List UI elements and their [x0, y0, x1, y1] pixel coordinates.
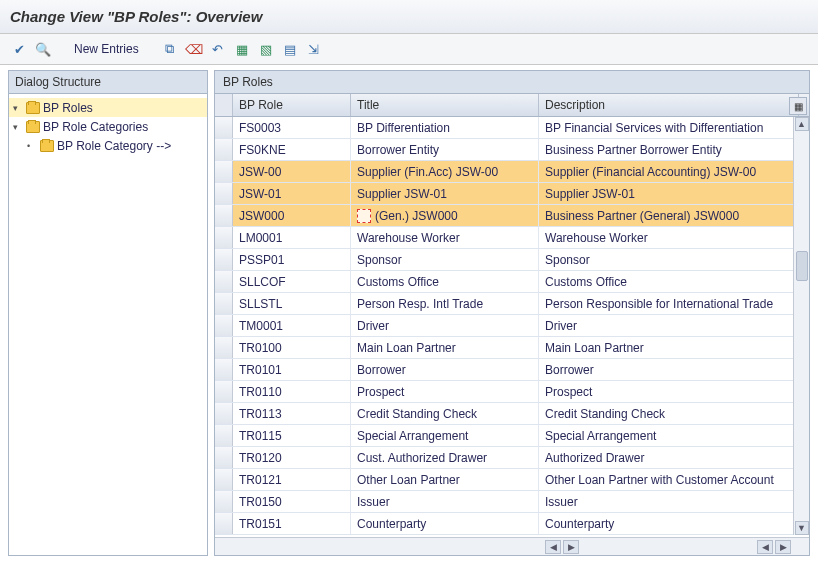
cell-bp-role[interactable]: TR0151	[233, 513, 351, 534]
cell-bp-role[interactable]: LM0001	[233, 227, 351, 248]
table-row[interactable]: TR0150IssuerIssuer	[215, 491, 809, 513]
cell-bp-role[interactable]: JSW000	[233, 205, 351, 226]
row-handle[interactable]	[215, 315, 233, 336]
row-handle[interactable]	[215, 271, 233, 292]
cell-description[interactable]: Warehouse Worker	[539, 227, 799, 248]
row-handle[interactable]	[215, 403, 233, 424]
row-handle[interactable]	[215, 293, 233, 314]
row-handle[interactable]	[215, 381, 233, 402]
execute-icon[interactable]: ✔	[10, 40, 28, 58]
value-help-icon[interactable]	[357, 209, 371, 223]
row-handle[interactable]	[215, 337, 233, 358]
cell-description[interactable]: Business Partner (General) JSW000	[539, 205, 799, 226]
table-row[interactable]: TR0113Credit Standing CheckCredit Standi…	[215, 403, 809, 425]
cell-bp-role[interactable]: TR0115	[233, 425, 351, 446]
copy-icon[interactable]: ⧉	[161, 40, 179, 58]
cell-bp-role[interactable]: TR0120	[233, 447, 351, 468]
cell-description[interactable]: Special Arrangement	[539, 425, 799, 446]
cell-title[interactable]: Customs Office	[351, 271, 539, 292]
cell-description[interactable]: Credit Standing Check	[539, 403, 799, 424]
table-row[interactable]: TR0101BorrowerBorrower	[215, 359, 809, 381]
row-handle[interactable]	[215, 117, 233, 138]
cell-title[interactable]: Supplier (Fin.Acc) JSW-00	[351, 161, 539, 182]
cell-bp-role[interactable]: TR0101	[233, 359, 351, 380]
cell-bp-role[interactable]: FS0KNE	[233, 139, 351, 160]
row-handle[interactable]	[215, 359, 233, 380]
row-handle[interactable]	[215, 227, 233, 248]
row-handle[interactable]	[215, 469, 233, 490]
cell-description[interactable]: Prospect	[539, 381, 799, 402]
col-description[interactable]: Description	[539, 94, 799, 116]
row-handle[interactable]	[215, 249, 233, 270]
hscroll-left-icon[interactable]: ◀	[545, 540, 561, 554]
delete-icon[interactable]: ⌫	[185, 40, 203, 58]
cell-bp-role[interactable]: JSW-00	[233, 161, 351, 182]
table-row[interactable]: TR0120Cust. Authorized DrawerAuthorized …	[215, 447, 809, 469]
vertical-scrollbar[interactable]: ▲ ▼	[793, 117, 809, 535]
cell-title[interactable]: Counterparty	[351, 513, 539, 534]
cell-description[interactable]: Authorized Drawer	[539, 447, 799, 468]
table-row[interactable]: SLLCOFCustoms OfficeCustoms Office	[215, 271, 809, 293]
cell-title[interactable]: Main Loan Partner	[351, 337, 539, 358]
table-row[interactable]: JSW000(Gen.) JSW000Business Partner (Gen…	[215, 205, 809, 227]
find-icon[interactable]: 🔍	[34, 40, 52, 58]
table-row[interactable]: TR0110ProspectProspect	[215, 381, 809, 403]
deselect-all-icon[interactable]: ▧	[257, 40, 275, 58]
cell-title[interactable]: Cust. Authorized Drawer	[351, 447, 539, 468]
row-handle[interactable]	[215, 183, 233, 204]
cell-description[interactable]: Other Loan Partner with Customer Account	[539, 469, 799, 490]
table-row[interactable]: PSSP01SponsorSponsor	[215, 249, 809, 271]
col-bp-role[interactable]: BP Role	[233, 94, 351, 116]
scroll-thumb[interactable]	[796, 251, 808, 281]
table-row[interactable]: FS0003BP DifferentiationBP Financial Ser…	[215, 117, 809, 139]
hscroll-right2-icon[interactable]: ▶	[775, 540, 791, 554]
cell-bp-role[interactable]: SLLCOF	[233, 271, 351, 292]
tree-toggle-icon[interactable]: •	[27, 141, 37, 151]
cell-description[interactable]: Counterparty	[539, 513, 799, 534]
cell-bp-role[interactable]: TR0110	[233, 381, 351, 402]
scroll-down-icon[interactable]: ▼	[795, 521, 809, 535]
row-handle[interactable]	[215, 447, 233, 468]
cell-title[interactable]: Person Resp. Intl Trade	[351, 293, 539, 314]
row-handle[interactable]	[215, 139, 233, 160]
cell-description[interactable]: BP Financial Services with Differentiati…	[539, 117, 799, 138]
table-row[interactable]: JSW-00Supplier (Fin.Acc) JSW-00Supplier …	[215, 161, 809, 183]
cell-title[interactable]: Other Loan Partner	[351, 469, 539, 490]
cell-description[interactable]: Business Partner Borrower Entity	[539, 139, 799, 160]
cell-description[interactable]: Supplier JSW-01	[539, 183, 799, 204]
tree-node[interactable]: ▾BP Roles	[9, 98, 207, 117]
table-row[interactable]: TR0151CounterpartyCounterparty	[215, 513, 809, 535]
tree-toggle-icon[interactable]: ▾	[13, 103, 23, 113]
table-row[interactable]: TR0121Other Loan PartnerOther Loan Partn…	[215, 469, 809, 491]
cell-title[interactable]: Prospect	[351, 381, 539, 402]
cell-bp-role[interactable]: FS0003	[233, 117, 351, 138]
cell-bp-role[interactable]: TR0100	[233, 337, 351, 358]
cell-title[interactable]: Warehouse Worker	[351, 227, 539, 248]
cell-title[interactable]: Sponsor	[351, 249, 539, 270]
table-settings-icon[interactable]: ▤	[281, 40, 299, 58]
cell-bp-role[interactable]: JSW-01	[233, 183, 351, 204]
tree-node[interactable]: •BP Role Category -->	[9, 136, 207, 155]
table-config-icon[interactable]: ▦	[789, 97, 807, 115]
row-handle[interactable]	[215, 161, 233, 182]
cell-description[interactable]: Person Responsible for International Tra…	[539, 293, 799, 314]
table-row[interactable]: SLLSTLPerson Resp. Intl TradePerson Resp…	[215, 293, 809, 315]
cell-bp-role[interactable]: PSSP01	[233, 249, 351, 270]
cell-description[interactable]: Sponsor	[539, 249, 799, 270]
cell-bp-role[interactable]: TR0113	[233, 403, 351, 424]
cell-description[interactable]: Main Loan Partner	[539, 337, 799, 358]
cell-title[interactable]: Borrower Entity	[351, 139, 539, 160]
cell-bp-role[interactable]: SLLSTL	[233, 293, 351, 314]
cell-title[interactable]: Special Arrangement	[351, 425, 539, 446]
cell-title[interactable]: Borrower	[351, 359, 539, 380]
cell-description[interactable]: Issuer	[539, 491, 799, 512]
cell-description[interactable]: Supplier (Financial Accounting) JSW-00	[539, 161, 799, 182]
cell-bp-role[interactable]: TR0121	[233, 469, 351, 490]
col-title[interactable]: Title	[351, 94, 539, 116]
cell-bp-role[interactable]: TM0001	[233, 315, 351, 336]
select-all-icon[interactable]: ▦	[233, 40, 251, 58]
undo-icon[interactable]: ↶	[209, 40, 227, 58]
cell-title[interactable]: Supplier JSW-01	[351, 183, 539, 204]
row-handle[interactable]	[215, 205, 233, 226]
table-row[interactable]: TR0100Main Loan PartnerMain Loan Partner	[215, 337, 809, 359]
